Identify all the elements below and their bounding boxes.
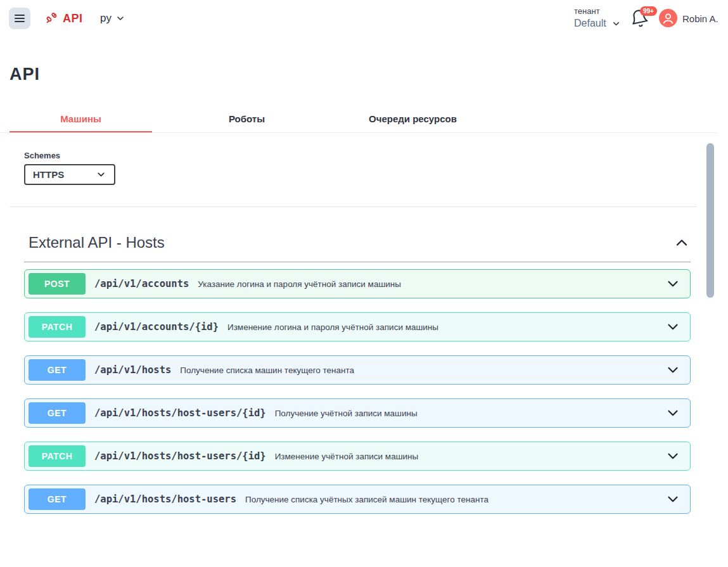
notifications-button[interactable]: 99+ (630, 9, 656, 30)
menu-button[interactable] (9, 8, 30, 29)
chevron-down-icon (611, 19, 621, 29)
http-method-badge: POST (29, 273, 86, 295)
api-plug-icon (44, 11, 58, 25)
tab-resource-queues[interactable]: Очереди ресурсов (342, 106, 484, 133)
schemes-selected-value: HTTPS (33, 169, 64, 180)
schemes-select[interactable]: HTTPS (24, 164, 115, 185)
tenant-value: Default (574, 18, 606, 29)
chevron-down-icon[interactable] (665, 362, 681, 378)
endpoint-path: /api/v1/hosts/host-users/{id} (94, 407, 266, 419)
section-divider (24, 262, 691, 262)
endpoint-row[interactable]: POST /api/v1/accounts Указание логина и … (24, 269, 691, 298)
endpoint-row[interactable]: PATCH /api/v1/accounts/{id} Изменение ло… (24, 312, 691, 341)
schemes-block: Schemes HTTPS (24, 151, 115, 185)
endpoint-list: POST /api/v1/accounts Указание логина и … (24, 269, 691, 528)
endpoint-description: Изменение логина и пароля учётной записи… (227, 322, 438, 332)
endpoint-row[interactable]: PATCH /api/v1/hosts/host-users/{id} Изме… (24, 442, 691, 471)
top-header: API py тенант Default 99+ (0, 0, 728, 37)
language-value: py (100, 12, 112, 25)
chevron-down-icon[interactable] (665, 491, 681, 507)
endpoint-description: Получение списка машин текущего тенанта (180, 366, 354, 375)
chevron-down-icon[interactable] (665, 405, 681, 421)
http-method-badge: PATCH (29, 445, 86, 467)
tab-machines[interactable]: Машины (10, 106, 152, 133)
schemes-label: Schemes (24, 151, 115, 160)
endpoint-path: /api/v1/hosts (94, 364, 171, 376)
chevron-up-icon[interactable] (673, 234, 691, 252)
chevron-down-icon[interactable] (665, 276, 681, 292)
section-title: External API - Hosts (24, 234, 165, 252)
http-method-badge: GET (29, 488, 86, 510)
http-method-badge: GET (29, 359, 86, 381)
endpoint-description: Получение учётной записи машины (275, 409, 418, 418)
endpoint-path: /api/v1/accounts/{id} (94, 321, 219, 333)
user-name: Robin A. (682, 13, 718, 24)
page-title: API (10, 65, 40, 84)
content-divider (10, 207, 697, 207)
tab-robots[interactable]: Роботы (176, 106, 318, 133)
endpoint-description: Получение списка учётных записей машин т… (245, 495, 489, 504)
http-method-badge: GET (29, 402, 86, 424)
vertical-scrollbar[interactable] (706, 143, 714, 298)
notification-count-badge: 99+ (640, 6, 657, 16)
endpoint-path: /api/v1/hosts/host-users (94, 494, 236, 505)
chevron-down-icon[interactable] (665, 448, 681, 464)
endpoint-path: /api/v1/accounts (94, 278, 189, 290)
tenant-label: тенант (574, 6, 621, 16)
endpoint-row[interactable]: GET /api/v1/hosts/host-users/{id} Получе… (24, 398, 691, 428)
app-logo[interactable]: API (44, 0, 83, 37)
endpoint-description: Указание логина и пароля учётной записи … (198, 279, 401, 289)
tab-bar: Машины Роботы Очереди ресурсов (10, 106, 484, 133)
endpoint-description: Изменение учётной записи машины (275, 452, 419, 461)
hamburger-icon (15, 15, 25, 22)
endpoint-row[interactable]: GET /api/v1/hosts Получение списка машин… (24, 355, 691, 385)
logo-text: API (63, 12, 83, 25)
language-selector[interactable]: py (100, 0, 125, 37)
http-method-badge: PATCH (29, 316, 86, 338)
person-icon (660, 10, 676, 26)
chevron-down-icon[interactable] (665, 319, 681, 335)
tenant-selector[interactable]: тенант Default (574, 6, 621, 29)
tabs-divider (0, 132, 717, 133)
endpoint-path: /api/v1/hosts/host-users/{id} (94, 450, 266, 462)
chevron-down-icon (96, 169, 106, 180)
user-avatar[interactable] (659, 9, 677, 27)
section-header-external-api-hosts[interactable]: External API - Hosts (24, 231, 691, 255)
chevron-down-icon (115, 13, 125, 23)
endpoint-row[interactable]: GET /api/v1/hosts/host-users Получение с… (24, 485, 691, 514)
